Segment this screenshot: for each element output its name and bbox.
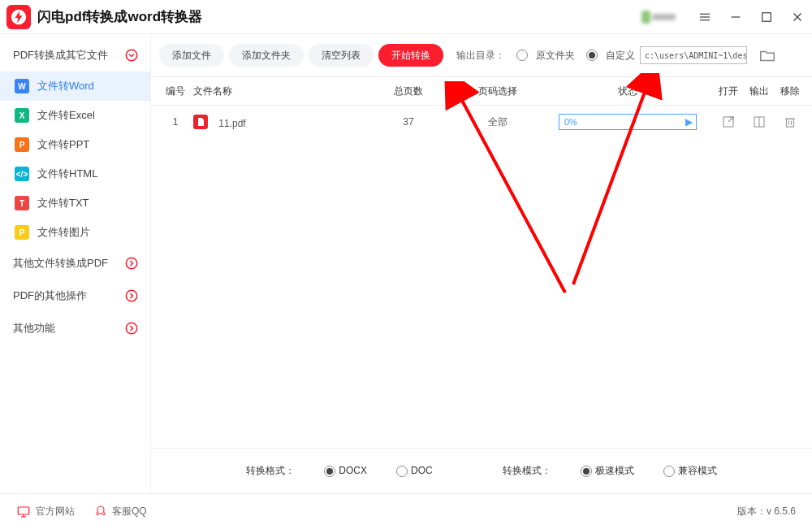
cell-pages: 37	[364, 116, 453, 128]
output-button[interactable]	[752, 115, 767, 129]
radio-fast-mode[interactable]	[581, 466, 592, 477]
col-name: 文件名称	[193, 85, 364, 98]
col-range: 页码选择	[453, 85, 542, 98]
word-icon: W	[15, 79, 29, 93]
play-icon: ▶	[685, 116, 693, 128]
content-area: 添加文件 添加文件夹 清空列表 开始转换 输出目录： 原文件夹 自定义 c:\u…	[151, 34, 812, 493]
mode-label: 转换模式：	[503, 464, 551, 478]
maximize-button[interactable]	[758, 9, 775, 25]
sidebar-item-to-ppt[interactable]: P 文件转PPT	[0, 130, 150, 159]
close-button[interactable]	[789, 9, 806, 25]
format-label: 转换格式：	[246, 464, 295, 478]
sidebar-item-to-image[interactable]: P 文件转图片	[0, 218, 150, 247]
start-convert-button[interactable]: 开始转换	[378, 44, 443, 67]
cell-id: 1	[158, 116, 193, 128]
bottom-bar: 官方网站 客服QQ 版本：v 6.5.6	[0, 493, 812, 529]
svg-rect-5	[762, 12, 771, 21]
cell-status: 0% ▶	[542, 114, 713, 130]
chevron-circle-icon	[124, 256, 139, 271]
sidebar: PDF转换成其它文件 W 文件转Word X 文件转Excel P 文件转PPT…	[0, 34, 151, 493]
svg-point-9	[126, 258, 137, 269]
txt-icon: T	[15, 196, 29, 210]
sidebar-item-label: 文件转Excel	[37, 108, 95, 123]
sidebar-category-other-to-pdf[interactable]: 其他文件转换成PDF	[0, 247, 150, 280]
sidebar-item-to-excel[interactable]: X 文件转Excel	[0, 101, 150, 130]
app-logo-icon	[6, 5, 31, 29]
chevron-circle-icon	[124, 288, 139, 303]
table-row[interactable]: 1 ▲ 11.pdf 37 全部 0% ▶	[151, 106, 812, 138]
col-out: 输出	[744, 85, 775, 98]
cell-filename: ▲ 11.pdf	[193, 115, 364, 129]
sidebar-item-to-word[interactable]: W 文件转Word	[0, 72, 150, 101]
add-folder-button[interactable]: 添加文件夹	[229, 44, 304, 67]
sidebar-category-label: 其他功能	[13, 321, 55, 336]
ppt-icon: P	[15, 137, 29, 152]
radio-compat-mode[interactable]	[663, 466, 675, 477]
chevron-circle-icon	[124, 321, 139, 336]
radio-compat-label: 兼容模式	[678, 465, 717, 476]
radio-docx[interactable]	[324, 466, 335, 477]
image-icon: P	[15, 225, 29, 240]
user-avatar[interactable]	[641, 8, 676, 26]
svg-point-10	[126, 290, 137, 301]
monitor-icon	[16, 505, 31, 519]
table-header: 编号 文件名称 总页数 页码选择 状态 打开 输出 移除	[151, 76, 812, 106]
sidebar-category-other-features[interactable]: 其他功能	[0, 312, 150, 345]
sidebar-category-pdf-to-other[interactable]: PDF转换成其它文件	[0, 39, 150, 72]
sidebar-item-to-html[interactable]: </> 文件转HTML	[0, 159, 150, 189]
col-id: 编号	[158, 85, 193, 98]
official-site-link[interactable]: 官方网站	[16, 505, 75, 519]
minimize-button[interactable]	[728, 9, 744, 25]
radio-custom-label: 自定义	[606, 49, 635, 63]
excel-icon: X	[15, 108, 29, 123]
radio-original-label: 原文件夹	[536, 49, 575, 63]
radio-fast-label: 极速模式	[595, 465, 634, 476]
svg-point-8	[126, 50, 137, 61]
chevron-circle-icon	[124, 48, 139, 63]
toolbar: 添加文件 添加文件夹 清空列表 开始转换 输出目录： 原文件夹 自定义 c:\u…	[151, 34, 812, 76]
sidebar-item-label: 文件转Word	[37, 79, 94, 93]
sidebar-item-label: 文件转图片	[37, 225, 90, 240]
radio-doc[interactable]	[396, 466, 408, 477]
svg-line-14	[728, 117, 733, 122]
add-file-button[interactable]: 添加文件	[159, 44, 224, 67]
cell-page-range[interactable]: 全部	[453, 115, 542, 129]
output-path-input[interactable]: c:\users\ADMINI~1\desktop	[640, 46, 747, 64]
pdf-icon: ▲	[193, 115, 208, 129]
title-bar: 闪电pdf转换成word转换器	[0, 0, 812, 34]
sidebar-category-label: PDF转换成其它文件	[13, 48, 108, 63]
radio-custom-folder[interactable]	[586, 50, 598, 61]
svg-point-26	[97, 506, 104, 514]
menu-icon[interactable]	[697, 9, 713, 25]
delete-button[interactable]	[783, 115, 797, 129]
sidebar-item-to-txt[interactable]: T 文件转TXT	[0, 189, 150, 218]
qq-icon	[94, 505, 107, 519]
sidebar-category-label: PDF的其他操作	[13, 288, 87, 303]
output-dir-label: 输出目录：	[456, 49, 505, 63]
svg-point-11	[126, 323, 137, 334]
progress-text: 0%	[564, 117, 577, 127]
radio-docx-label: DOCX	[339, 465, 367, 476]
col-remove: 移除	[775, 85, 806, 98]
radio-original-folder[interactable]	[516, 50, 528, 61]
progress-bar[interactable]: 0% ▶	[559, 114, 697, 130]
svg-text:▲: ▲	[198, 121, 201, 125]
svg-rect-23	[18, 507, 29, 514]
col-pages: 总页数	[364, 85, 453, 98]
format-bar: 转换格式： DOCX DOC 转换模式： 极速模式 兼容模式	[151, 448, 812, 493]
sidebar-item-label: 文件转HTML	[37, 167, 97, 181]
open-file-button[interactable]	[721, 115, 736, 129]
app-title: 闪电pdf转换成word转换器	[37, 7, 202, 26]
version-label: 版本：v 6.5.6	[737, 505, 796, 518]
svg-rect-17	[787, 119, 794, 127]
qq-support-link[interactable]: 客服QQ	[94, 505, 147, 519]
html-icon: </>	[15, 167, 29, 181]
col-status: 状态	[542, 85, 713, 98]
sidebar-item-label: 文件转TXT	[37, 196, 89, 210]
browse-folder-button[interactable]	[758, 46, 776, 64]
sidebar-category-pdf-other-ops[interactable]: PDF的其他操作	[0, 280, 150, 312]
clear-list-button[interactable]: 清空列表	[309, 44, 374, 67]
sidebar-category-label: 其他文件转换成PDF	[13, 256, 108, 271]
radio-doc-label: DOC	[411, 465, 433, 476]
sidebar-item-label: 文件转PPT	[37, 137, 89, 152]
